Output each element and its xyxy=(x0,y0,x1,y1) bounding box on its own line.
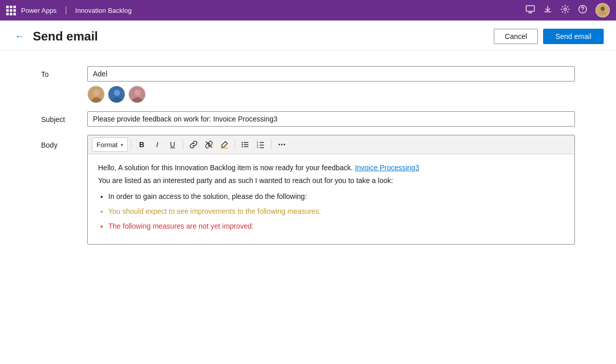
bold-button[interactable]: B xyxy=(134,137,149,152)
svg-point-7 xyxy=(90,97,103,103)
monitor-icon[interactable] xyxy=(526,5,535,16)
svg-point-10 xyxy=(114,90,120,96)
page-name: Innovation Backlog xyxy=(75,7,132,14)
editor-toolbar: Format ▾ B I U xyxy=(88,135,574,154)
svg-point-6 xyxy=(601,7,605,11)
svg-point-29 xyxy=(284,144,285,146)
body-bullet-list: In order to gain access to the solution,… xyxy=(108,191,564,232)
body-line2: You are listed as an interested party an… xyxy=(98,175,564,186)
subject-input[interactable] xyxy=(87,111,575,127)
svg-rect-0 xyxy=(526,6,534,11)
send-email-button[interactable]: Send email xyxy=(543,29,604,44)
topbar-left: Power Apps | Innovation Backlog xyxy=(6,6,131,15)
to-input[interactable] xyxy=(87,66,575,82)
user-avatar-topbar[interactable] xyxy=(595,3,610,17)
svg-point-11 xyxy=(131,97,144,103)
toolbar-sep-3 xyxy=(235,139,235,150)
svg-point-28 xyxy=(281,144,283,146)
body-label: Body xyxy=(41,135,87,149)
to-label: To xyxy=(41,66,87,78)
help-icon[interactable] xyxy=(578,5,587,16)
body-line1-text: Hello, A solution for this Innovation Ba… xyxy=(98,164,355,172)
bullet-item-3: The following measures are not yet impro… xyxy=(108,221,564,232)
toolbar-sep-4 xyxy=(271,139,272,150)
to-content xyxy=(87,66,575,103)
page-header-right: Cancel Send email xyxy=(494,29,604,44)
body-editor: Format ▾ B I U xyxy=(87,135,575,245)
to-row: To xyxy=(41,66,575,103)
main-content: ← Send email Cancel Send email To xyxy=(0,21,616,364)
invoice-link[interactable]: Invoice Processing3 xyxy=(355,164,419,172)
topbar-right xyxy=(526,3,610,17)
link-button[interactable] xyxy=(186,137,201,152)
subject-label: Subject xyxy=(41,111,87,124)
underline-button[interactable]: U xyxy=(165,137,180,152)
cancel-button[interactable]: Cancel xyxy=(494,29,538,44)
unlink-button[interactable] xyxy=(202,137,216,152)
unordered-list-button[interactable] xyxy=(238,137,253,152)
svg-point-17 xyxy=(242,144,243,145)
topbar-separator: | xyxy=(65,6,67,15)
page-title: Send email xyxy=(33,29,98,44)
toolbar-sep-1 xyxy=(131,139,131,150)
highlight-button[interactable] xyxy=(217,137,232,152)
recipient-avatar-2[interactable] xyxy=(108,86,125,103)
form-area: To xyxy=(0,51,616,255)
toolbar-sep-2 xyxy=(183,139,183,150)
settings-icon[interactable] xyxy=(561,5,570,16)
italic-button[interactable]: I xyxy=(150,137,164,152)
recipient-avatar-3[interactable] xyxy=(128,86,146,103)
body-row: Body Format ▾ B I U xyxy=(41,135,575,245)
topbar: Power Apps | Innovation Backlog xyxy=(0,0,616,21)
subject-row: Subject xyxy=(41,111,575,127)
svg-point-5 xyxy=(582,11,583,12)
svg-point-15 xyxy=(242,142,243,143)
editor-body-content[interactable]: Hello, A solution for this Innovation Ba… xyxy=(88,154,574,244)
subject-content xyxy=(87,111,575,127)
format-chevron-icon: ▾ xyxy=(121,142,123,148)
body-line1: Hello, A solution for this Innovation Ba… xyxy=(98,163,564,173)
bullet-item-1: In order to gain access to the solution,… xyxy=(108,191,564,202)
format-dropdown[interactable]: Format ▾ xyxy=(92,137,128,152)
svg-point-3 xyxy=(564,8,567,11)
bullet-item-2: You should expect to see improvements to… xyxy=(108,206,564,217)
apps-grid-icon[interactable] xyxy=(6,6,16,15)
svg-text:3.: 3. xyxy=(257,146,259,149)
recipient-avatars xyxy=(87,86,575,103)
recipient-avatar-1[interactable] xyxy=(87,86,105,103)
svg-point-27 xyxy=(279,144,280,146)
format-label: Format xyxy=(97,141,118,149)
ordered-list-button[interactable]: 1.2.3. xyxy=(254,137,268,152)
download-icon[interactable] xyxy=(543,5,552,16)
app-name: Power Apps xyxy=(21,7,56,14)
more-options-button[interactable] xyxy=(275,137,289,152)
svg-point-8 xyxy=(93,90,100,96)
back-button[interactable]: ← xyxy=(12,29,27,44)
page-header-left: ← Send email xyxy=(12,29,98,44)
svg-point-19 xyxy=(242,146,243,147)
page-header: ← Send email Cancel Send email xyxy=(0,21,616,51)
svg-point-9 xyxy=(111,97,123,103)
svg-point-12 xyxy=(134,90,141,96)
